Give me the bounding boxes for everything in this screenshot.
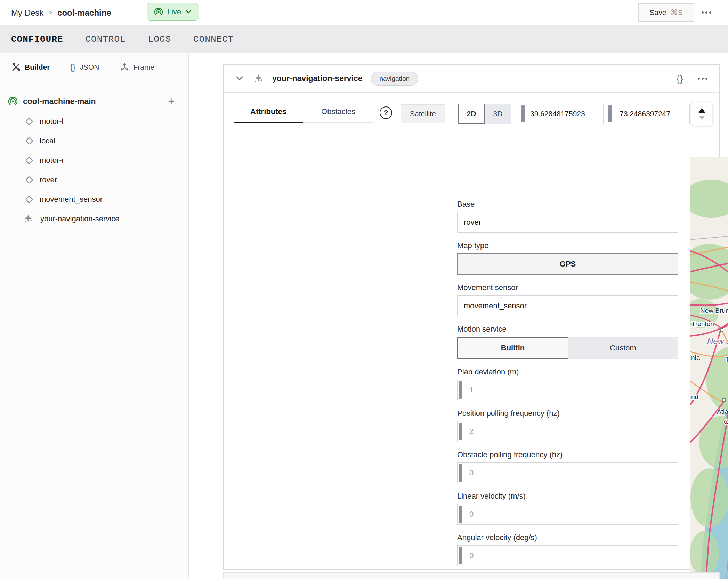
config-view-toolbar: Builder {} JSON Frame xyxy=(0,53,189,81)
motion-service-segmented: Builtin Custom xyxy=(457,337,678,359)
obstacle-polling-input[interactable] xyxy=(458,463,678,483)
viam-configure-page: { "header": { "breadcrumb_root": "My Des… xyxy=(0,0,728,579)
add-component-button[interactable]: + xyxy=(168,95,175,108)
tree-item-label: movement_sensor xyxy=(40,195,103,204)
position-polling-label: Position polling frequency (hz) xyxy=(457,409,678,418)
map-2d-button[interactable]: 2D xyxy=(458,104,485,124)
satellite-toggle-button[interactable]: Satellite xyxy=(401,104,445,123)
save-shortcut: ⌘S xyxy=(670,8,682,17)
map-label-new-brunswick: New Brunswick xyxy=(700,307,728,314)
position-polling-input[interactable] xyxy=(458,421,678,442)
tab-obstacles[interactable]: Obstacles xyxy=(303,107,373,123)
main-tab-bar: CONFIGURE CONTROL LOGS CONNECT xyxy=(0,25,728,53)
builder-label: Builder xyxy=(25,63,50,71)
map-label-trenton: Trenton xyxy=(691,320,714,327)
navigation-service-icon xyxy=(22,213,34,225)
tree-item-local[interactable]: local xyxy=(0,131,188,151)
base-input[interactable] xyxy=(458,212,678,232)
step-down-icon[interactable] xyxy=(699,116,705,120)
motion-service-builtin-option[interactable]: Builtin xyxy=(457,337,568,359)
linear-velocity-input[interactable] xyxy=(458,504,678,524)
latitude-field xyxy=(520,104,604,124)
navigation-map[interactable]: Massachusetts Pro Rhode Connecticut New … xyxy=(690,157,728,579)
map-type-gps-button[interactable]: GPS xyxy=(457,253,678,275)
linear-velocity-label: Linear velocity (m/s) xyxy=(457,492,678,501)
motion-service-custom-option[interactable]: Custom xyxy=(568,337,678,359)
collapse-chevron-icon[interactable] xyxy=(236,76,243,81)
longitude-input[interactable] xyxy=(607,104,689,124)
map-label-island-partial: nd xyxy=(691,393,698,400)
angular-velocity-field: Angular velocity (deg/s) xyxy=(457,533,678,566)
tree-item-label: motor-l xyxy=(40,117,63,126)
navigation-service-card: your-navigation-service navigation {} Ba… xyxy=(223,64,720,570)
tab-logs[interactable]: LOGS xyxy=(148,34,171,45)
tree-item-motor-l[interactable]: motor-l xyxy=(0,112,188,131)
tree-item-label: local xyxy=(40,136,55,145)
frame-label: Frame xyxy=(133,63,154,71)
breadcrumb-separator: > xyxy=(48,9,52,17)
broadcast-icon xyxy=(8,96,18,106)
tree-machine-part-row[interactable]: cool-machine-main + xyxy=(0,91,188,112)
machine-part-tree: cool-machine-main + motor-l local motor-… xyxy=(0,81,189,579)
angular-velocity-label: Angular velocity (deg/s) xyxy=(457,533,678,542)
breadcrumb-root[interactable]: My Desk xyxy=(11,8,43,18)
card-more-options-icon[interactable] xyxy=(698,78,707,80)
tree-item-label: your-navigation-service xyxy=(40,214,119,223)
save-button[interactable]: Save ⌘S xyxy=(638,3,694,22)
map-label-atlantic: Atlantic xyxy=(717,408,728,415)
help-icon[interactable]: ? xyxy=(380,106,392,119)
view-mode-builder[interactable]: Builder xyxy=(11,63,50,72)
component-diamond-icon xyxy=(25,117,33,126)
map-label-toms-river: Toms River xyxy=(725,356,728,363)
json-label: JSON xyxy=(80,63,99,71)
tab-attributes[interactable]: Attributes xyxy=(234,107,303,123)
component-diamond-icon xyxy=(25,156,33,165)
movement-sensor-label: Movement sensor xyxy=(457,283,678,292)
tree-item-label: motor-r xyxy=(40,156,64,165)
plan-deviation-label: Plan deviation (m) xyxy=(457,367,678,376)
component-diamond-icon xyxy=(25,195,33,204)
service-title: your-navigation-service xyxy=(272,74,362,83)
position-polling-field: Position polling frequency (hz) xyxy=(457,409,678,442)
broadcast-icon xyxy=(154,7,163,16)
map-type-field: Map type GPS xyxy=(457,241,678,275)
movement-sensor-input[interactable] xyxy=(458,296,678,316)
angular-velocity-input[interactable] xyxy=(458,546,678,566)
component-diamond-icon xyxy=(25,176,33,184)
tab-configure[interactable]: CONFIGURE xyxy=(11,34,63,45)
map-3d-button[interactable]: 3D xyxy=(485,104,511,124)
tree-item-label: rover xyxy=(40,175,57,184)
coordinate-stepper[interactable] xyxy=(691,102,713,126)
map-label-new-jersey: New Jersey xyxy=(707,336,728,346)
base-label: Base xyxy=(457,200,678,209)
attributes-form: Base Map type GPS Movement sensor Motion… xyxy=(457,200,678,579)
navigation-service-icon xyxy=(252,72,265,85)
view-mode-json[interactable]: {} JSON xyxy=(70,62,99,72)
next-card-peek xyxy=(223,572,720,579)
more-options-icon[interactable] xyxy=(702,11,711,14)
step-up-icon[interactable] xyxy=(698,108,706,113)
latitude-input[interactable] xyxy=(520,104,603,124)
tree-item-motor-r[interactable]: motor-r xyxy=(0,151,188,170)
movement-sensor-field: Movement sensor xyxy=(457,283,678,316)
map-label-pennsylvania-partial: nia xyxy=(691,354,700,361)
live-status-dropdown[interactable]: Live xyxy=(147,3,199,21)
plan-deviation-input[interactable] xyxy=(458,380,678,400)
frame-axes-icon xyxy=(120,63,129,72)
json-braces-icon[interactable]: {} xyxy=(677,73,684,84)
view-mode-frame[interactable]: Frame xyxy=(120,63,154,72)
base-field: Base xyxy=(457,200,678,233)
breadcrumb: My Desk > cool-machine xyxy=(11,0,111,25)
machine-part-name: cool-machine-main xyxy=(23,97,96,106)
tab-connect[interactable]: CONNECT xyxy=(193,34,234,45)
map-canvas: Massachusetts Pro Rhode Connecticut New … xyxy=(690,157,728,579)
longitude-field xyxy=(607,104,690,124)
obstacle-polling-field: Obstacle polling frequency (hz) xyxy=(457,450,678,483)
card-header: your-navigation-service navigation {} xyxy=(224,65,719,93)
live-label: Live xyxy=(167,7,181,16)
tree-item-navigation-service[interactable]: your-navigation-service xyxy=(0,209,188,229)
tree-item-movement-sensor[interactable]: movement_sensor xyxy=(0,190,188,209)
tools-icon xyxy=(11,63,21,72)
tab-control[interactable]: CONTROL xyxy=(85,34,126,45)
tree-item-rover[interactable]: rover xyxy=(0,170,188,190)
